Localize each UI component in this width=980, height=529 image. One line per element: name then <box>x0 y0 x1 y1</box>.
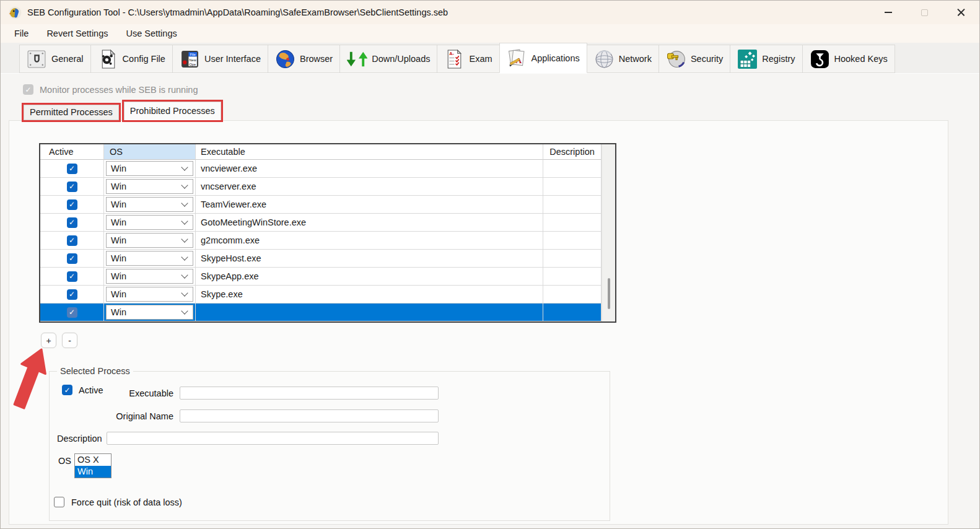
tab-network[interactable]: Network <box>587 45 659 73</box>
minimize-button[interactable] <box>870 1 906 24</box>
description-cell[interactable] <box>543 286 602 304</box>
row-os-select[interactable]: Win <box>106 233 193 248</box>
description-cell[interactable] <box>543 250 602 268</box>
tab-browser[interactable]: Browser <box>268 45 340 73</box>
executable-label: Executable <box>112 388 173 398</box>
tab-user-interface[interactable]: FileNewOpeUser Interface <box>172 45 268 73</box>
description-cell[interactable] <box>543 304 602 321</box>
tab-prohibited-processes[interactable]: Prohibited Processes <box>124 102 221 120</box>
table-row[interactable]: ✓WinSkype.exe <box>40 286 602 304</box>
description-field[interactable] <box>107 432 439 445</box>
column-header-executable[interactable]: Executable <box>196 144 543 160</box>
row-os-select[interactable]: Win <box>106 161 193 176</box>
active-cell: ✓ <box>40 196 104 214</box>
os-option-os-x[interactable]: OS X <box>75 454 111 466</box>
active-cell: ✓ <box>40 214 104 232</box>
row-os-select[interactable]: Win <box>106 197 193 212</box>
row-active-checkbox[interactable]: ✓ <box>67 307 77 318</box>
description-cell[interactable] <box>543 178 602 196</box>
check-icon: ✓ <box>69 291 75 298</box>
column-header-os[interactable]: OS <box>104 144 196 160</box>
row-active-checkbox[interactable]: ✓ <box>67 235 77 246</box>
tab-permitted-processes[interactable]: Permitted Processes <box>24 105 119 120</box>
check-icon: ✓ <box>25 86 31 94</box>
executable-cell[interactable]: vncviewer.exe <box>196 160 543 178</box>
menu-revert-settings[interactable]: Revert Settings <box>45 27 109 40</box>
tab-general[interactable]: General <box>19 45 91 73</box>
registry-icon <box>737 49 758 69</box>
close-icon <box>957 9 965 17</box>
executable-cell[interactable]: vncserver.exe <box>196 178 543 196</box>
os-cell: Win <box>104 250 196 268</box>
force-quit-checkbox[interactable] <box>54 497 64 507</box>
monitor-processes-checkbox[interactable]: ✓ <box>23 84 33 95</box>
executable-cell[interactable]: Skype.exe <box>196 286 543 304</box>
applications-icon: A <box>507 48 527 68</box>
table-row[interactable]: ✓WinGotoMeetingWinStore.exe <box>40 214 602 232</box>
executable-cell[interactable]: SkypeHost.exe <box>196 250 543 268</box>
tab-registry[interactable]: Registry <box>730 45 802 73</box>
menu-file[interactable]: File <box>13 27 30 40</box>
tab-label: Exam <box>469 54 492 64</box>
chevron-down-icon <box>181 307 188 314</box>
os-option-win[interactable]: Win <box>75 466 111 478</box>
executable-cell[interactable]: GotoMeetingWinStore.exe <box>196 214 543 232</box>
check-icon: ✓ <box>69 165 75 172</box>
row-os-select[interactable]: Win <box>106 251 193 266</box>
row-os-select[interactable]: Win <box>106 215 193 230</box>
original-name-field[interactable] <box>180 409 439 422</box>
table-row[interactable]: ✓WinSkypeHost.exe <box>40 250 602 268</box>
table-row[interactable]: ✓Winvncserver.exe <box>40 178 602 196</box>
row-active-checkbox[interactable]: ✓ <box>67 289 77 300</box>
description-cell[interactable] <box>543 232 602 250</box>
scrollbar-thumb[interactable] <box>608 278 610 309</box>
row-active-checkbox[interactable]: ✓ <box>67 181 77 192</box>
description-cell[interactable] <box>543 196 602 214</box>
active-checkbox-row: ✓ Active <box>62 385 103 395</box>
executable-field[interactable] <box>180 387 439 400</box>
table-scrollbar[interactable] <box>602 144 615 321</box>
menu-use-settings[interactable]: Use Settings <box>125 27 178 40</box>
maximize-button[interactable] <box>906 1 943 24</box>
close-button[interactable] <box>943 1 979 24</box>
row-active-checkbox[interactable]: ✓ <box>67 271 77 282</box>
column-header-description[interactable]: Description <box>543 144 602 160</box>
table-row[interactable]: ✓Win <box>40 304 602 321</box>
svg-text:A-: A- <box>450 51 455 56</box>
config-file-icon <box>98 49 118 69</box>
row-active-checkbox[interactable]: ✓ <box>67 217 77 228</box>
os-value: Win <box>111 199 126 209</box>
row-os-select[interactable]: Win <box>106 269 193 284</box>
description-cell[interactable] <box>543 214 602 232</box>
executable-cell[interactable]: TeamViewer.exe <box>196 196 543 214</box>
column-header-active[interactable]: Active <box>40 144 104 160</box>
executable-cell[interactable] <box>196 304 543 321</box>
table-row[interactable]: ✓WinTeamViewer.exe <box>40 196 602 214</box>
active-checkbox[interactable]: ✓ <box>62 385 72 395</box>
tab-config-file[interactable]: Config File <box>90 45 173 73</box>
table-row[interactable]: ✓Winvncviewer.exe <box>40 160 602 178</box>
tab-down-uploads[interactable]: Down/Uploads <box>339 45 437 73</box>
row-active-checkbox[interactable]: ✓ <box>67 199 77 210</box>
remove-process-button[interactable]: - <box>62 333 77 348</box>
tab-hooked-keys[interactable]: Hooked Keys <box>802 45 895 73</box>
row-active-checkbox[interactable]: ✓ <box>67 164 77 174</box>
row-os-select[interactable]: Win <box>106 287 193 302</box>
table-row[interactable]: ✓Wing2mcomm.exe <box>40 232 602 250</box>
description-cell[interactable] <box>543 160 602 178</box>
chevron-down-icon <box>181 271 188 278</box>
tab-applications[interactable]: AApplications <box>499 43 587 73</box>
svg-text:Ope: Ope <box>189 62 196 66</box>
description-cell[interactable] <box>543 268 602 286</box>
table-row[interactable]: ✓WinSkypeApp.exe <box>40 268 602 286</box>
check-icon: ✓ <box>69 308 75 316</box>
tab-exam[interactable]: A-Exam <box>437 45 499 73</box>
os-listbox: OS XWin <box>74 453 112 478</box>
executable-cell[interactable]: g2mcomm.exe <box>196 232 543 250</box>
row-active-checkbox[interactable]: ✓ <box>67 253 77 264</box>
executable-cell[interactable]: SkypeApp.exe <box>196 268 543 286</box>
row-os-select[interactable]: Win <box>106 305 193 320</box>
tab-security[interactable]: Security <box>658 45 730 73</box>
chevron-down-icon <box>181 235 188 242</box>
row-os-select[interactable]: Win <box>106 179 193 194</box>
